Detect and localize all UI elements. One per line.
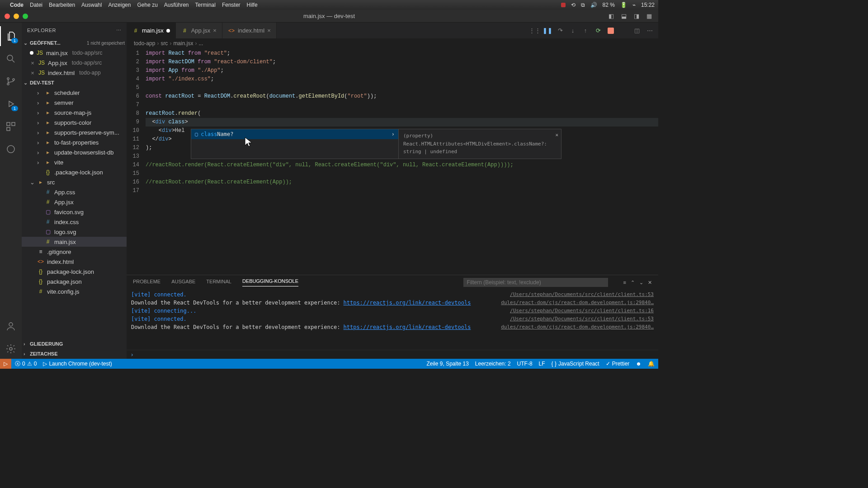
menu-file[interactable]: Datei: [30, 2, 42, 8]
panel-tab-terminal[interactable]: TERMINAL: [206, 279, 231, 286]
status-bell-icon[interactable]: 🔔: [648, 361, 655, 367]
panel-tab-debug-console[interactable]: DEBUGGING-KONSOLE: [242, 278, 298, 286]
filter-settings-icon[interactable]: ≡: [623, 280, 626, 286]
close-window-button[interactable]: [5, 14, 10, 19]
battery-text[interactable]: 82 %: [603, 2, 615, 8]
editor-tab[interactable]: #App.jsx×: [176, 23, 222, 38]
tree-item[interactable]: #App.css: [22, 187, 127, 197]
close-icon[interactable]: ×: [30, 60, 35, 66]
status-cursor-pos[interactable]: Zeile 9, Spalte 13: [426, 361, 468, 367]
tree-item[interactable]: ›▸source-map-js: [22, 108, 127, 117]
code-editor[interactable]: 1234567891011121314151617 import React f…: [127, 48, 658, 275]
editor-tab[interactable]: #main.jsx: [127, 23, 176, 38]
console-source[interactable]: …dules/react-dom/cjs/react-dom.developme…: [501, 299, 654, 307]
menu-terminal[interactable]: Terminal: [195, 2, 216, 8]
breadcrumb-item[interactable]: todo-app: [134, 40, 155, 47]
split-editor-icon[interactable]: ◫: [633, 27, 641, 35]
breadcrumb-item[interactable]: main.jsx: [173, 40, 193, 47]
breadcrumb-item[interactable]: src: [160, 40, 168, 47]
close-tab-icon[interactable]: ×: [267, 27, 271, 34]
layout-custom-icon[interactable]: ▦: [645, 12, 654, 20]
tree-item[interactable]: ▢favicon.svg: [22, 207, 127, 217]
status-launch[interactable]: ▷ Launch Chrome (dev-test): [43, 361, 112, 367]
suggest-item[interactable]: ▢className? ›: [191, 129, 398, 139]
status-errors[interactable]: ⓧ 0 ⚠ 0: [15, 360, 37, 368]
debug-drag-icon[interactable]: ⋮⋮: [531, 27, 539, 35]
tree-item[interactable]: ⌄▸src: [22, 177, 127, 187]
menu-selection[interactable]: Auswahl: [81, 2, 102, 8]
tree-item[interactable]: {}package-lock.json: [22, 267, 127, 277]
battery-icon[interactable]: 🔋: [620, 2, 627, 8]
tree-item[interactable]: #main.jsx: [22, 237, 127, 247]
status-eol[interactable]: LF: [539, 361, 545, 367]
tree-item[interactable]: ›▸supports-color: [22, 117, 127, 127]
tree-item[interactable]: ≡.gitignore: [22, 247, 127, 257]
menu-window[interactable]: Fenster: [222, 2, 241, 8]
tree-item[interactable]: ›▸vite: [22, 157, 127, 167]
tree-item[interactable]: ›▸scheduler: [22, 88, 127, 98]
app-name[interactable]: Code: [10, 2, 24, 8]
activity-extensions[interactable]: [0, 117, 22, 136]
close-icon[interactable]: ×: [30, 70, 35, 76]
tree-item[interactable]: ›▸semver: [22, 98, 127, 108]
menu-view[interactable]: Anzeigen: [108, 2, 131, 8]
debug-pause-button[interactable]: ❚❚: [543, 27, 552, 35]
activity-settings[interactable]: [0, 339, 22, 359]
tree-item[interactable]: #vite.config.js: [22, 286, 127, 296]
debug-step-out-button[interactable]: ↑: [581, 27, 590, 35]
window-titlebar[interactable]: main.jsx — dev-test ◧ ⬓ ◨ ▦: [0, 10, 658, 23]
outline-header[interactable]: › GLIEDERUNG: [22, 339, 127, 349]
activity-remote[interactable]: [0, 139, 22, 159]
console-source[interactable]: …dules/react-dom/cjs/react-dom.developme…: [501, 323, 654, 331]
open-editor-item[interactable]: JSmain.jsxtodo-app/src: [22, 48, 127, 58]
tree-item[interactable]: ▢logo.svg: [22, 227, 127, 237]
tree-item[interactable]: #App.jsx: [22, 197, 127, 207]
panel-close-icon[interactable]: ✕: [648, 280, 652, 286]
panel-expand-icon[interactable]: ⌄: [639, 280, 643, 286]
clock[interactable]: 15:22: [641, 2, 655, 8]
menu-help[interactable]: Hilfe: [247, 2, 258, 8]
panel-tab-problems[interactable]: PROBLEME: [133, 279, 160, 286]
open-editor-item[interactable]: ×JSApp.jsxtodo-app/src: [22, 58, 127, 68]
close-docs-icon[interactable]: ✕: [555, 131, 558, 139]
timeline-header[interactable]: › ZEITACHSE: [22, 349, 127, 359]
status-debug[interactable]: ▷: [0, 359, 11, 369]
wifi-icon[interactable]: ⌁: [632, 2, 636, 8]
tree-item[interactable]: #index.css: [22, 217, 127, 227]
panel-tab-output[interactable]: AUSGABE: [171, 279, 195, 286]
project-header[interactable]: ⌄ DEV-TEST: [22, 78, 127, 88]
tree-item[interactable]: ›▸to-fast-properties: [22, 137, 127, 147]
recording-icon[interactable]: [561, 3, 566, 7]
debug-stop-button[interactable]: [607, 27, 615, 35]
minimize-window-button[interactable]: [14, 14, 19, 19]
tree-item[interactable]: ›▸update-browserslist-db: [22, 147, 127, 157]
console-source[interactable]: Users/stephan/Documents/src/client/clien…: [510, 291, 654, 299]
tree-item[interactable]: <>index.html: [22, 257, 127, 267]
console-source[interactable]: Users/stephan/Documents/src/client/clien…: [510, 307, 654, 315]
suggest-list[interactable]: ▢className? ›: [191, 129, 399, 159]
layout-bottom-icon[interactable]: ⬓: [619, 12, 628, 20]
minimap[interactable]: [622, 48, 658, 275]
breadcrumbs[interactable]: todo-app› src› main.jsx› ...: [127, 38, 658, 48]
open-editors-header[interactable]: ⌄ GEÖFFNET... 1 nicht gespeichert: [22, 38, 127, 48]
layout-right-icon[interactable]: ◨: [632, 12, 641, 20]
activity-explorer[interactable]: 1: [0, 26, 22, 46]
status-indent[interactable]: Leerzeichen: 2: [475, 361, 511, 367]
breadcrumb-item[interactable]: ...: [198, 40, 203, 47]
sync-icon[interactable]: ⟲: [571, 2, 576, 8]
activity-scm[interactable]: [0, 71, 22, 91]
activity-debug[interactable]: 1: [0, 94, 22, 114]
menu-go[interactable]: Gehe zu: [137, 2, 157, 8]
activity-account[interactable]: [0, 316, 22, 336]
editor-tab[interactable]: <>index.html×: [222, 23, 277, 38]
volume-icon[interactable]: 🔊: [590, 2, 597, 8]
debug-step-over-button[interactable]: ↷: [556, 27, 564, 35]
activity-search[interactable]: [0, 49, 22, 69]
chevron-right-icon[interactable]: ›: [392, 131, 395, 137]
menu-run[interactable]: Ausführen: [164, 2, 189, 8]
layout-left-icon[interactable]: ◧: [607, 12, 616, 20]
debug-console[interactable]: [vite] connected.Users/stephan/Documents…: [127, 290, 658, 350]
tree-item[interactable]: {}.package-lock.json: [22, 167, 127, 177]
display-icon[interactable]: ⧉: [581, 2, 585, 8]
open-editor-item[interactable]: ×JSindex.htmltodo-app: [22, 68, 127, 78]
